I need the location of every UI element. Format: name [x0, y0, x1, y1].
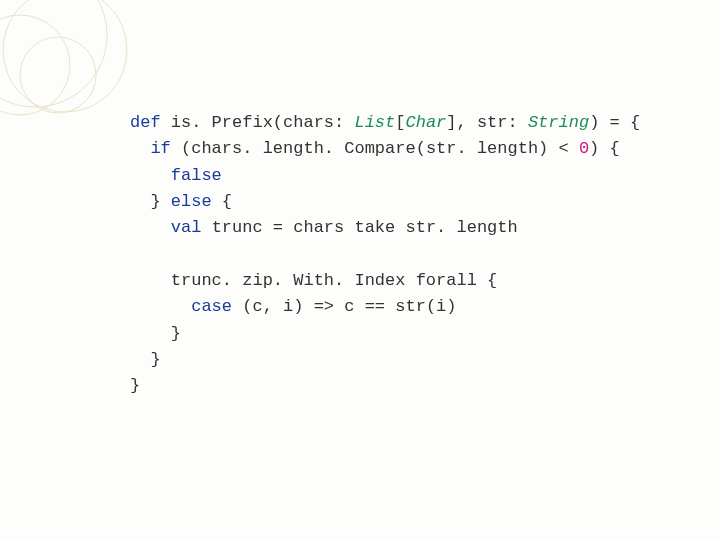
- cond-rhs: 0: [579, 139, 589, 158]
- fn-name: is. Prefix: [171, 113, 273, 132]
- param2-name: str: [477, 113, 508, 132]
- cond-method: length. Compare: [263, 139, 416, 158]
- expr-method1: zip. With. Index: [242, 271, 405, 290]
- val-rhs-arg: str. length: [405, 218, 517, 237]
- case-rhs: str(i): [395, 297, 456, 316]
- kw-false: false: [171, 166, 222, 185]
- val-rhs-method: take: [354, 218, 395, 237]
- case-arrow: =>: [314, 297, 334, 316]
- case-lhs: c: [344, 297, 354, 316]
- expr-obj: trunc: [171, 271, 222, 290]
- case-pat: (c, i): [242, 297, 303, 316]
- kw-def: def: [130, 113, 161, 132]
- kw-val: val: [171, 218, 202, 237]
- type-char: Char: [405, 113, 446, 132]
- code-slide: def is. Prefix(chars: List[Char], str: S…: [0, 0, 720, 540]
- cond-obj: chars: [191, 139, 242, 158]
- val-name: trunc: [212, 218, 263, 237]
- val-rhs-obj: chars: [293, 218, 344, 237]
- expr-method2: forall: [416, 271, 477, 290]
- cond-arg: str. length: [426, 139, 538, 158]
- param1-name: chars: [283, 113, 334, 132]
- kw-case: case: [191, 297, 232, 316]
- type-string: String: [528, 113, 589, 132]
- type-list: List: [354, 113, 395, 132]
- case-eq: ==: [365, 297, 385, 316]
- kw-else: else: [171, 192, 212, 211]
- cond-op: <: [559, 139, 569, 158]
- code-block: def is. Prefix(chars: List[Char], str: S…: [130, 110, 680, 400]
- kw-if: if: [150, 139, 170, 158]
